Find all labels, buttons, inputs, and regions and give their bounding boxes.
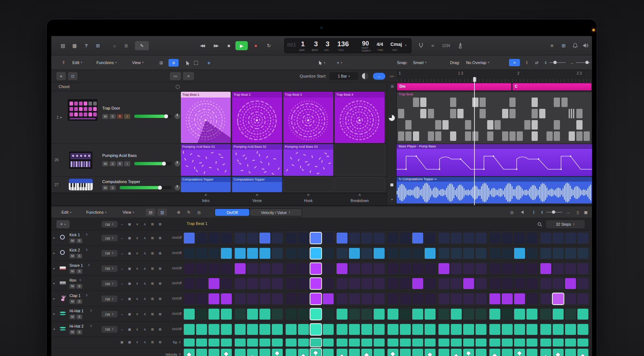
rotate-right-icon[interactable]: →	[119, 297, 125, 301]
velocity-cell[interactable]	[298, 349, 309, 356]
step-cell[interactable]	[540, 233, 551, 244]
velocity-cell[interactable]	[247, 349, 258, 356]
pattern-name[interactable]: Trap Beat 1	[187, 221, 207, 226]
delete-row-icon[interactable]: ⊠	[157, 266, 163, 270]
track-s-button[interactable]: S	[110, 114, 116, 119]
tie-cell[interactable]	[502, 339, 513, 347]
track-disclosure-icon[interactable]: ▸	[60, 115, 62, 119]
track-m-button[interactable]: M	[102, 185, 108, 190]
delete-row-icon[interactable]: ⊠	[157, 312, 163, 316]
loop-range-button[interactable]: ↔	[373, 73, 385, 80]
step-cell[interactable]	[577, 309, 588, 320]
step-cell[interactable]	[272, 263, 283, 274]
step-cell[interactable]	[489, 263, 500, 274]
row-reorder-icon[interactable]: ⇕	[86, 294, 88, 297]
velocity-reorder-icon[interactable]: ⇕	[179, 353, 181, 356]
step-cell[interactable]	[540, 263, 551, 274]
fill-steps-icon[interactable]: ▣	[127, 327, 132, 331]
tie-cell[interactable]	[526, 339, 537, 347]
step-cell[interactable]	[463, 263, 474, 274]
step-cell[interactable]	[412, 324, 423, 335]
browsers-icon[interactable]: ⊞	[559, 41, 568, 50]
step-cell[interactable]	[489, 233, 500, 244]
division-select[interactable]: /16⇕	[102, 311, 118, 317]
play-button[interactable]: ▶	[235, 41, 248, 50]
scene-trigger[interactable]: ^Verse	[232, 193, 282, 206]
step-cell[interactable]	[196, 248, 207, 259]
fill-steps-icon[interactable]: ▣	[127, 312, 132, 316]
track-m-button[interactable]: M	[102, 161, 108, 166]
pattern-loop-button[interactable]: ▥	[158, 209, 167, 216]
step-cell[interactable]	[259, 248, 270, 259]
step-cell[interactable]	[514, 324, 525, 335]
tie-cell[interactable]	[286, 339, 297, 347]
step-cell[interactable]	[400, 233, 411, 244]
step-cell[interactable]	[438, 248, 449, 259]
row-solo-button[interactable]: S	[76, 238, 82, 243]
step-cell[interactable]	[489, 324, 500, 335]
step-cell[interactable]	[374, 233, 385, 244]
step-cell[interactable]	[323, 248, 334, 259]
step-cell[interactable]	[374, 293, 385, 304]
step-cell[interactable]	[400, 309, 411, 320]
step-cell[interactable]	[502, 233, 513, 244]
tie-cell[interactable]	[577, 339, 588, 347]
step-cell[interactable]	[235, 233, 246, 244]
step-cell[interactable]	[310, 309, 321, 320]
velocity-cell[interactable]	[374, 349, 385, 356]
step-cell[interactable]	[387, 263, 398, 274]
horizontal-zoom-slider[interactable]	[576, 55, 591, 70]
step-cell[interactable]	[298, 248, 309, 259]
velocity-node[interactable]	[390, 352, 395, 356]
lcd-timesig[interactable]: 4/4	[377, 41, 383, 47]
fill-steps-icon[interactable]: ▣	[127, 251, 132, 255]
scene-play-icon[interactable]: ▸	[390, 197, 394, 201]
step-cell[interactable]	[577, 324, 588, 335]
step-cell[interactable]	[451, 309, 462, 320]
increment-icon[interactable]: ∧	[142, 297, 148, 301]
step-cell[interactable]	[286, 309, 297, 320]
row-solo-button[interactable]: S	[76, 315, 82, 319]
scene-trigger[interactable]: ^Breakdown	[335, 193, 385, 206]
step-cell[interactable]	[489, 278, 500, 289]
row-reorder-icon[interactable]: ⇕	[86, 233, 88, 236]
seq-speaker-icon[interactable]	[519, 209, 527, 216]
step-cell[interactable]	[526, 309, 537, 320]
step-cell[interactable]	[451, 293, 462, 304]
step-cell[interactable]	[221, 278, 232, 289]
loop-cell[interactable]: Computations Topper	[181, 177, 231, 192]
disclosure-icon[interactable]: ▸	[53, 267, 55, 270]
velocity-cell[interactable]	[400, 349, 411, 356]
step-cell[interactable]	[438, 278, 449, 289]
fill-steps-icon[interactable]: ▣	[127, 236, 132, 240]
step-cell[interactable]	[553, 278, 564, 289]
tie-cell[interactable]	[374, 339, 385, 347]
disclosure-icon[interactable]: ▸	[53, 312, 55, 316]
step-cell[interactable]	[286, 324, 297, 335]
menu-functions[interactable]: Functions▾	[96, 55, 117, 70]
pointer-tool-icon[interactable]	[184, 59, 192, 67]
division-select[interactable]: /16⇕	[102, 296, 118, 302]
region-trap-beat[interactable]: Trap Beat	[397, 92, 592, 144]
velocity-node[interactable]	[580, 354, 585, 356]
increment-icon[interactable]: ∧	[142, 266, 148, 270]
chord-region-c[interactable]: C	[512, 83, 592, 91]
track-s-button[interactable]: S	[110, 185, 116, 190]
step-cell[interactable]	[286, 293, 297, 304]
marquee-tool-icon[interactable]	[194, 61, 198, 65]
step-cell[interactable]	[196, 324, 207, 335]
velocity-cell[interactable]	[235, 349, 246, 356]
rotate-right-icon[interactable]: →	[119, 266, 125, 270]
boundary-icon[interactable]: ⊣⊢	[388, 73, 395, 80]
lcd-div[interactable]: 3	[326, 40, 330, 48]
step-cell[interactable]	[476, 233, 486, 244]
library-icon[interactable]: ▤	[59, 41, 67, 50]
clear-steps-icon[interactable]: ⊠	[150, 312, 155, 316]
step-cell[interactable]	[184, 309, 195, 320]
step-cell[interactable]	[526, 233, 537, 244]
velocity-cell[interactable]	[489, 349, 500, 356]
tie-cell[interactable]	[361, 339, 372, 347]
step-cell[interactable]	[361, 293, 372, 304]
clear-steps-icon[interactable]: ⊠	[150, 327, 155, 331]
seq-menu-functions[interactable]: Functions▾	[86, 207, 107, 218]
